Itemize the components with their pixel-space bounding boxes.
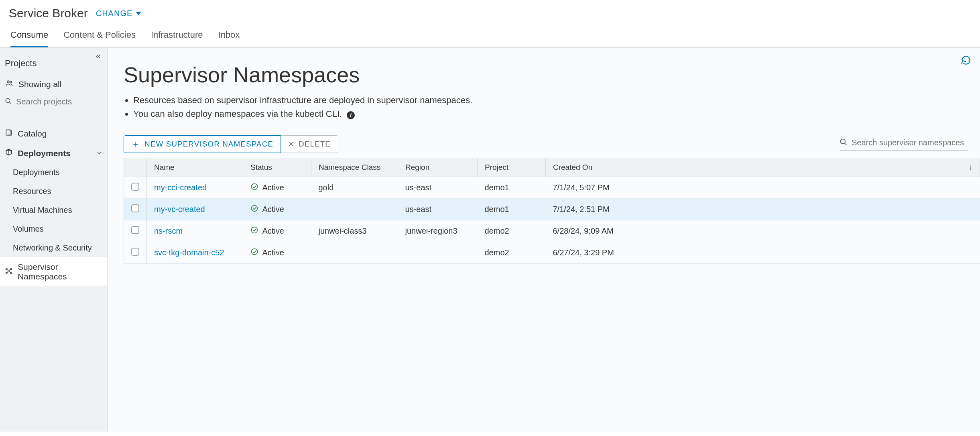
row-checkbox-cell [124, 220, 147, 242]
namespace-link[interactable]: ns-rscm [154, 226, 183, 235]
new-button-label: NEW SUPERVISOR NAMESPACE [144, 140, 273, 149]
new-supervisor-namespace-button[interactable]: ＋ NEW SUPERVISOR NAMESPACE [124, 135, 281, 153]
sidebar-deployments-parent-label: Deployments [18, 149, 71, 158]
row-checkbox-cell [124, 199, 147, 220]
col-name[interactable]: Name [147, 158, 243, 177]
table-row[interactable]: my-cci-createdActivegoldus-eastdemo17/1/… [124, 177, 980, 199]
refresh-button[interactable] [961, 55, 971, 67]
svg-line-10 [10, 269, 11, 270]
col-created-on-label: Created On [553, 163, 592, 171]
status-label: Active [262, 248, 284, 257]
sidebar-supervisor-namespaces-label: Supervisor Namespaces [18, 262, 102, 281]
row-checkbox[interactable] [131, 248, 139, 256]
sidebar-showing-all[interactable]: Showing all [5, 75, 102, 93]
sidebar-item-deployments[interactable]: Deployments [0, 163, 107, 182]
svg-line-3 [9, 102, 11, 104]
cell-namespace-class [311, 199, 398, 220]
cell-created-on: 6/28/24, 9:09 AM [546, 220, 980, 242]
svg-point-15 [251, 184, 257, 190]
svg-line-11 [7, 271, 8, 273]
col-project[interactable]: Project [478, 158, 546, 177]
svg-point-13 [841, 139, 846, 144]
catalog-icon [5, 128, 13, 139]
cell-project: demo1 [478, 199, 546, 220]
sidebar-showing-all-label: Showing all [18, 79, 61, 89]
svg-line-14 [845, 143, 847, 145]
plus-icon: ＋ [131, 140, 140, 149]
change-app-link[interactable]: CHANGE [96, 9, 142, 18]
row-checkbox-cell [124, 177, 147, 199]
sidebar-item-virtual-machines[interactable]: Virtual Machines [0, 201, 107, 220]
close-icon: ✕ [288, 140, 295, 149]
change-label: CHANGE [96, 9, 133, 18]
cell-name: svc-tkg-domain-c52 [147, 242, 243, 264]
svg-point-8 [10, 272, 12, 273]
sidebar-item-supervisor-namespaces[interactable]: Supervisor Namespaces [0, 257, 107, 286]
svg-point-5 [6, 268, 7, 269]
info-icon[interactable]: i [347, 111, 355, 119]
svg-point-0 [7, 81, 9, 83]
sidebar-search-input[interactable] [16, 97, 102, 106]
sidebar-item-resources[interactable]: Resources [0, 182, 107, 201]
tab-consume[interactable]: Consume [10, 24, 48, 47]
cell-region: us-east [398, 199, 478, 220]
collapse-sidebar-icon[interactable]: « [96, 51, 101, 61]
cell-name: my-vc-created [147, 199, 243, 220]
col-region[interactable]: Region [398, 158, 478, 177]
row-checkbox[interactable] [131, 183, 139, 191]
status-label: Active [262, 183, 284, 192]
sidebar-catalog-label: Catalog [18, 129, 47, 139]
row-checkbox[interactable] [131, 204, 139, 212]
tab-inbox[interactable]: Inbox [218, 24, 240, 47]
cell-status: Active [243, 199, 311, 220]
status-label: Active [262, 226, 284, 236]
table-row[interactable]: svc-tkg-domain-c52Activedemo26/27/24, 3:… [124, 242, 980, 264]
cell-region [398, 242, 478, 264]
sidebar-item-deployments-parent[interactable]: Deployments [0, 143, 107, 163]
row-checkbox-cell [124, 242, 147, 264]
col-checkbox [124, 158, 147, 177]
cell-status: Active [243, 220, 311, 242]
deployments-icon [5, 148, 13, 158]
namespace-link[interactable]: my-cci-created [154, 183, 207, 192]
col-status[interactable]: Status [243, 158, 311, 177]
col-namespace-class[interactable]: Namespace Class [311, 158, 398, 177]
svg-line-9 [7, 269, 8, 270]
namespace-link[interactable]: my-vc-created [154, 205, 205, 214]
col-created-on[interactable]: Created On ↓ [546, 158, 980, 177]
desc-line-1: Resources based on supervisor infrastruc… [133, 94, 980, 107]
cell-namespace-class: junwei-class3 [311, 220, 398, 242]
table-search-input[interactable] [852, 138, 968, 147]
delete-button[interactable]: ✕ DELETE [281, 135, 338, 153]
tab-infrastructure[interactable]: Infrastructure [151, 24, 203, 47]
status-check-icon [250, 226, 258, 236]
sort-descending-icon: ↓ [969, 163, 973, 172]
namespace-link[interactable]: svc-tkg-domain-c52 [154, 248, 224, 257]
svg-point-2 [6, 98, 10, 103]
table-row[interactable]: ns-rscmActivejunwei-class3junwei-region3… [124, 220, 980, 242]
app-title: Service Broker [9, 6, 88, 20]
chevron-down-icon [96, 149, 102, 158]
namespaces-icon [5, 267, 13, 277]
desc-line-2-text: You can also deploy namespaces via the k… [133, 109, 342, 119]
table-row[interactable]: my-vc-createdActiveus-eastdemo17/1/24, 2… [124, 199, 980, 220]
sidebar-search-projects[interactable] [5, 97, 102, 109]
chevron-down-icon [136, 12, 141, 15]
tab-content-policies[interactable]: Content & Policies [63, 24, 136, 47]
page-title: Supervisor Namespaces [108, 48, 980, 91]
cell-region: junwei-region3 [398, 220, 478, 242]
delete-button-label: DELETE [299, 140, 331, 149]
row-checkbox[interactable] [131, 226, 139, 234]
main-content: Supervisor Namespaces Resources based on… [108, 48, 980, 432]
namespaces-table: Name Status Namespace Class Region Proje… [124, 158, 980, 264]
cell-namespace-class [311, 242, 398, 264]
table-search[interactable] [840, 138, 968, 151]
cell-region: us-east [398, 177, 478, 199]
svg-line-12 [10, 271, 11, 273]
sidebar-item-catalog[interactable]: Catalog [0, 124, 107, 143]
sidebar-item-volumes[interactable]: Volumes [0, 220, 107, 238]
sidebar-item-networking-security[interactable]: Networking & Security [0, 238, 107, 257]
page-description: Resources based on supervisor infrastruc… [108, 91, 980, 121]
svg-point-7 [6, 272, 7, 273]
action-buttons: ＋ NEW SUPERVISOR NAMESPACE ✕ DELETE [124, 135, 338, 153]
